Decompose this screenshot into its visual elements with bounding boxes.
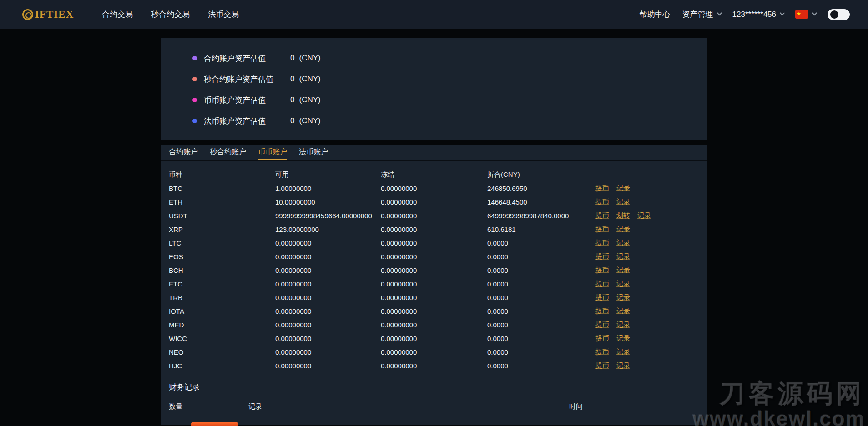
asset-summary-panel: 合约账户资产估值 0(CNY) 秒合约账户资产估值 0(CNY) 币币账户资产估… [161,38,707,140]
tab-contract-account[interactable]: 合约账户 [169,144,198,160]
brand-name: IFTIEX [35,9,74,20]
frozen-amount: 0.00000000 [381,226,417,233]
withdraw-link[interactable]: 提币 [595,307,609,316]
main-content: 合约账户资产估值 0(CNY) 秒合约账户资产估值 0(CNY) 币币账户资产估… [161,38,707,425]
cny-value: 0.0000 [487,321,508,329]
theme-toggle[interactable] [828,9,850,20]
cny-value: 246850.6950 [487,185,527,192]
record-link[interactable]: 记录 [637,211,651,220]
withdraw-link[interactable]: 提币 [595,266,609,275]
coin-name: NEO [169,348,184,356]
coin-name: BCH [169,266,183,274]
header-frozen: 冻结 [381,170,394,179]
brand-logo[interactable]: IFTIEX [22,9,74,20]
record-link[interactable]: 记录 [616,280,630,288]
frozen-amount: 0.00000000 [381,321,417,329]
record-link[interactable]: 记录 [616,225,630,234]
table-row: EOS0.000000000.000000000.0000提币记录 [161,250,707,263]
cny-value: 0.0000 [487,266,508,274]
bullet-icon [192,98,197,102]
record-link[interactable]: 记录 [616,266,630,275]
table-row: USDT99999999998459664.000000000.00000000… [161,209,707,222]
frozen-amount: 0.00000000 [381,185,417,192]
record-link[interactable]: 记录 [616,348,630,356]
summary-value: 0 [290,116,294,125]
summary-label: 币币账户资产估值 [204,95,290,105]
table-row: ETC0.000000000.000000000.0000提币记录 [161,277,707,291]
cny-value: 0.0000 [487,239,508,247]
available-amount: 0.00000000 [275,266,311,274]
record-link[interactable]: 记录 [616,307,630,316]
withdraw-link[interactable]: 提币 [595,280,609,288]
withdraw-link[interactable]: 提币 [595,184,609,193]
account-tabs: 合约账户 秒合约账户 币币账户 法币账户 [161,145,707,161]
nav-fiat-trading[interactable]: 法币交易 [208,9,239,20]
finance-header-record: 记录 [248,402,262,411]
record-link[interactable]: 记录 [616,293,630,302]
coin-name: ETC [169,280,182,288]
available-amount: 0.00000000 [275,335,311,342]
withdraw-link[interactable]: 提币 [595,348,609,356]
table-row: BCH0.000000000.000000000.0000提币记录 [161,263,707,277]
record-link[interactable]: 记录 [616,184,630,193]
nav-account-dropdown[interactable]: 123******456 [732,10,783,19]
table-row: HJC0.000000000.000000000.0000提币记录 [161,359,707,372]
coin-name: USDT [169,212,187,220]
withdraw-link[interactable]: 提币 [595,361,609,370]
nav-help-center[interactable]: 帮助中心 [640,9,671,20]
header-available: 可用 [275,170,289,179]
coin-name: XRP [169,226,183,233]
watermark-url: www.dkewl.com [692,407,865,426]
withdraw-link[interactable]: 提币 [595,321,609,329]
record-link[interactable]: 记录 [616,361,630,370]
withdraw-link[interactable]: 提币 [595,293,609,302]
summary-value: 0 [290,54,294,63]
tab-fiat-account[interactable]: 法币账户 [299,144,328,160]
record-link[interactable]: 记录 [616,252,630,261]
coin-name: EOS [169,253,183,261]
table-row: ETH10.000000000.00000000146648.4500提币记录 [161,195,707,209]
cutoff-button[interactable] [191,422,238,426]
coin-name: LTC [169,239,181,247]
record-link[interactable]: 记录 [616,239,630,247]
withdraw-link[interactable]: 提币 [595,334,609,343]
tab-second-contract-account[interactable]: 秒合约账户 [210,144,246,160]
withdraw-link[interactable]: 提币 [595,252,609,261]
cny-value: 0.0000 [487,348,508,356]
table-row: IOTA0.000000000.000000000.0000提币记录 [161,304,707,318]
transfer-link[interactable]: 划转 [616,211,630,220]
available-amount: 0.00000000 [275,280,311,288]
bullet-icon [192,119,197,123]
record-link[interactable]: 记录 [616,334,630,343]
table-row: MED0.000000000.000000000.0000提币记录 [161,318,707,331]
chevron-down-icon [780,10,785,15]
nav-second-contract-trading[interactable]: 秒合约交易 [151,9,190,20]
coin-name: ETH [169,198,182,206]
summary-label: 秒合约账户资产估值 [204,74,290,85]
language-selector[interactable]: ★ [795,10,816,19]
summary-row-fiat: 法币账户资产估值 0(CNY) [161,110,707,131]
withdraw-link[interactable]: 提币 [595,211,609,220]
account-label: 123******456 [732,10,776,19]
record-link[interactable]: 记录 [616,321,630,329]
asset-management-label: 资产管理 [682,9,713,20]
frozen-amount: 0.00000000 [381,198,417,206]
record-link[interactable]: 记录 [616,198,630,206]
withdraw-link[interactable]: 提币 [595,198,609,206]
table-header-row: 币种 可用 冻结 折合(CNY) [161,168,707,181]
tab-spot-account[interactable]: 币币账户 [258,144,287,160]
nav-asset-management-dropdown[interactable]: 资产管理 [682,9,721,20]
cny-value: 0.0000 [487,280,508,288]
finance-header-amount: 数量 [169,402,182,411]
primary-nav: 合约交易 秒合约交易 法币交易 [102,9,239,20]
available-amount: 0.00000000 [275,362,311,370]
summary-row-contract: 合约账户资产估值 0(CNY) [161,48,707,69]
withdraw-link[interactable]: 提币 [595,225,609,234]
withdraw-link[interactable]: 提币 [595,239,609,247]
frozen-amount: 0.00000000 [381,212,417,220]
bullet-icon [192,77,197,81]
summary-value: 0 [290,75,294,84]
summary-row-second-contract: 秒合约账户资产估值 0(CNY) [161,69,707,90]
nav-contract-trading[interactable]: 合约交易 [102,9,133,20]
table-body: BTC1.000000000.00000000246850.6950提币记录ET… [161,181,707,372]
